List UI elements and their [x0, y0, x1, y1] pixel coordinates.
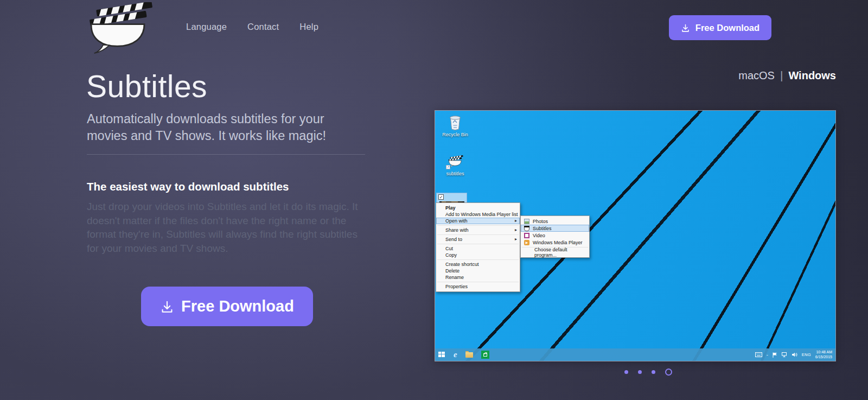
- menu-item-send-to: Send to: [436, 236, 520, 243]
- subtitles-icon: [524, 226, 529, 231]
- platform-windows[interactable]: Windows: [788, 69, 836, 82]
- start-button-icon: [438, 352, 445, 358]
- submenu-item-choose-default-program: Choose default program...: [521, 249, 589, 256]
- language-indicator: ENG: [802, 352, 811, 357]
- platform-macos[interactable]: macOS: [738, 69, 775, 82]
- submenu-item-windows-media-player: ▶ Windows Media Player: [521, 239, 589, 246]
- shortcut-arrow-icon: ↗: [446, 165, 450, 169]
- submenu-item-video: Video: [521, 232, 589, 239]
- carousel-dot-3[interactable]: [652, 370, 655, 374]
- nav-link-contact[interactable]: Contact: [247, 22, 279, 32]
- tray-time: 10:48 AM: [816, 350, 832, 354]
- menu-item-rename: Rename: [436, 274, 520, 281]
- carousel-dot-1[interactable]: [624, 370, 628, 374]
- carousel-dot-4-active[interactable]: [665, 369, 672, 376]
- free-download-label: Free Download: [695, 23, 760, 33]
- submenu-item-photos: Photos: [521, 218, 589, 225]
- free-download-label: Free Download: [181, 297, 294, 315]
- nav-link-language[interactable]: Language: [186, 22, 227, 32]
- submenu-item-label: Video: [533, 233, 545, 238]
- platform-separator: |: [780, 69, 783, 82]
- clapperboard-speech-bubble-icon: [80, 2, 156, 54]
- menu-item-open-with: Open with: [436, 218, 520, 224]
- menu-separator: [437, 244, 519, 244]
- menu-item-add-to-wmp-list: Add to Windows Media Player list: [436, 211, 520, 218]
- submenu-item-subtitles: Subtitles: [521, 225, 589, 232]
- windows-media-player-icon: ▶: [524, 240, 529, 245]
- menu-separator: [437, 259, 519, 260]
- carousel-dot-2[interactable]: [638, 370, 642, 374]
- shopping-bag-icon: [483, 353, 487, 357]
- system-tray: - ENG 10:48 AM 6/15/2015: [755, 350, 832, 359]
- desktop-icon-label: subtitles: [446, 171, 464, 176]
- flag-icon: [773, 352, 777, 358]
- desktop-icon-label: Recycle Bin: [442, 132, 468, 137]
- selection-checkbox-icon: ✓: [438, 194, 444, 200]
- landing-page: Language Contact Help Free Download Subt…: [0, 0, 868, 400]
- feature-body: Just drop your videos into Subtitles and…: [87, 200, 369, 255]
- video-app-icon: [524, 233, 529, 238]
- menu-item-copy: Copy: [436, 252, 520, 258]
- download-icon: [681, 23, 690, 33]
- windows-taskbar: e - ENG 10:48 AM 6/15/2015: [435, 348, 835, 361]
- page-title: Subtitles: [86, 68, 207, 104]
- menu-item-play: Play: [436, 205, 520, 211]
- menu-separator: [437, 225, 519, 226]
- windows-store-icon: [481, 351, 489, 359]
- menu-item-properties: Properties: [436, 283, 520, 290]
- carousel-dots: [448, 367, 849, 377]
- recycle-bin-icon: [448, 115, 462, 131]
- volume-icon: [792, 352, 797, 357]
- submenu-item-label: Subtitles: [533, 226, 552, 231]
- free-download-button-hero[interactable]: Free Download: [141, 287, 313, 326]
- keyboard-icon: [755, 352, 762, 357]
- windows-screenshot: Recycle Bin ↗ subtitles: [435, 110, 836, 361]
- desktop-icon-subtitles: ↗ subtitles: [438, 155, 472, 176]
- clock: 10:48 AM 6/15/2015: [815, 350, 832, 359]
- submenu-item-label: Photos: [533, 219, 548, 224]
- file-explorer-icon: [465, 352, 473, 358]
- menu-item-share-with: Share with: [436, 227, 520, 233]
- network-icon: [782, 352, 788, 357]
- menu-separator: [437, 234, 519, 235]
- download-icon: [160, 300, 174, 314]
- main-nav: Language Contact Help: [186, 22, 318, 32]
- hero-divider: [87, 154, 365, 155]
- platform-toggle: macOS | Windows: [738, 69, 836, 82]
- menu-separator: [437, 282, 519, 282]
- show-hidden-icons: -: [767, 352, 768, 358]
- hero-tagline: Automatically downloads subtitles for yo…: [87, 111, 367, 144]
- menu-item-create-shortcut: Create shortcut: [436, 261, 520, 268]
- nav-link-help[interactable]: Help: [299, 22, 318, 32]
- submenu-item-label: Windows Media Player: [533, 240, 583, 245]
- photos-icon: [524, 219, 529, 224]
- subtitles-logo[interactable]: [80, 2, 156, 54]
- taskbar-apps: e: [438, 351, 489, 359]
- internet-explorer-icon: e: [454, 351, 457, 359]
- tray-date: 6/15/2015: [815, 355, 832, 359]
- feature-heading: The easiest way to download subtitles: [87, 180, 289, 193]
- menu-item-cut: Cut: [436, 245, 520, 252]
- open-with-submenu: Photos Subtitles Video ▶ Windows Media P…: [520, 215, 590, 258]
- free-download-button-top[interactable]: Free Download: [669, 15, 771, 40]
- desktop-icon-recycle-bin: Recycle Bin: [438, 115, 472, 137]
- context-menu: Play Add to Windows Media Player list Op…: [436, 202, 520, 292]
- menu-item-delete: Delete: [436, 268, 520, 274]
